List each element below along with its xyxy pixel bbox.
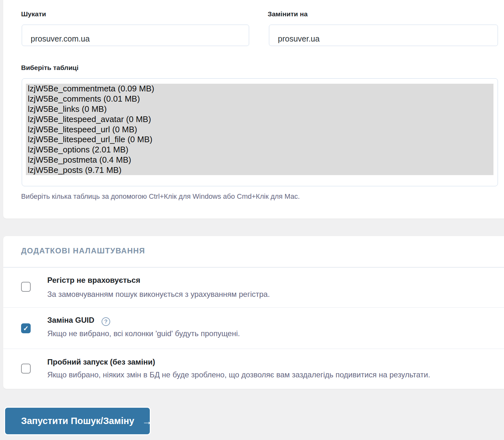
replace-input[interactable]: prosuver.ua xyxy=(269,25,498,46)
case-insensitive-description: За замовчуванням пошук виконується з ура… xyxy=(47,290,270,299)
run-search-replace-button[interactable]: Запустити Пошук/Заміну → xyxy=(4,407,151,435)
tables-multiselect[interactable]: lzjW5Be_commentmeta (0.09 MB) lzjW5Be_co… xyxy=(22,78,498,186)
question-mark-glyph: ? xyxy=(104,319,107,325)
replace-guid-title: Заміна GUID xyxy=(47,316,94,325)
case-insensitive-checkbox[interactable] xyxy=(21,282,31,292)
tables-label: Виберіть таблиці xyxy=(21,64,79,72)
dry-run-checkbox[interactable] xyxy=(21,364,31,374)
table-option[interactable]: lzjW5Be_options (2.01 MB) xyxy=(26,145,493,155)
table-option[interactable]: lzjW5Be_postmeta (0.4 MB) xyxy=(26,155,493,165)
run-button-label: Запустити Пошук/Заміну xyxy=(21,416,134,426)
advanced-settings-heading: ДОДАТКОВІ НАЛАШТУВАННЯ xyxy=(21,246,145,256)
guid-help-icon[interactable]: ? xyxy=(102,317,110,326)
arrow-right-icon: → xyxy=(142,416,152,426)
table-option[interactable]: lzjW5Be_litespeed_avatar (0 MB) xyxy=(26,114,493,124)
check-icon: ✓ xyxy=(23,325,29,332)
table-option[interactable]: lzjW5Be_posts (9.71 MB) xyxy=(26,165,493,175)
case-insensitive-title: Регістр не враховується xyxy=(47,276,140,285)
row-divider xyxy=(3,307,504,308)
dry-run-description: Якщо вибрано, ніяких змін в БД не буде з… xyxy=(47,370,430,380)
replace-guid-description: Якщо не вибрано, всі колонки 'guid' буду… xyxy=(47,329,240,338)
table-option[interactable]: lzjW5Be_litespeed_url_file (0 MB) xyxy=(26,135,493,145)
table-option[interactable]: lzjW5Be_links (0 MB) xyxy=(26,104,493,114)
table-option[interactable]: lzjW5Be_litespeed_url (0 MB) xyxy=(26,124,493,135)
tables-help-text: Виберіть кілька таблиць за допомогою Ctr… xyxy=(21,192,300,201)
replace-guid-checkbox[interactable]: ✓ xyxy=(21,323,31,333)
table-option[interactable]: lzjW5Be_commentmeta (0.09 MB) xyxy=(26,84,493,94)
heading-divider xyxy=(3,267,504,267)
replace-label: Замінити на xyxy=(268,10,308,18)
search-label: Шукати xyxy=(21,10,46,18)
table-option[interactable]: lzjW5Be_comments (0.01 MB) xyxy=(26,94,493,104)
dry-run-title: Пробний запуск (без заміни) xyxy=(47,358,155,367)
search-input[interactable]: prosuver.com.ua xyxy=(22,25,249,46)
row-divider xyxy=(3,349,504,349)
